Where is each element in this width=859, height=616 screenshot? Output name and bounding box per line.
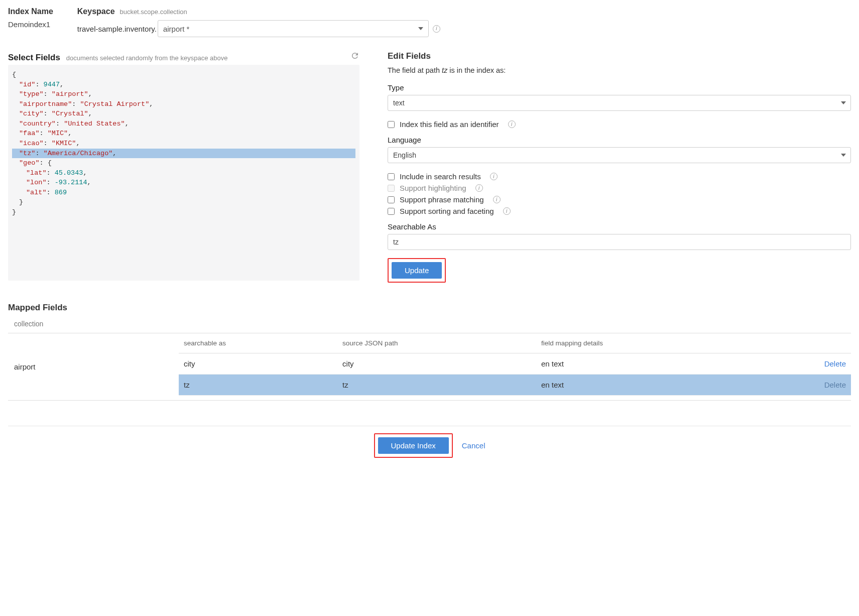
searchable-as-label: Searchable As xyxy=(388,222,851,231)
index-name-block: Index Name Demoindex1 xyxy=(8,7,53,37)
keyspace-selected-value: airport * xyxy=(163,25,190,33)
edit-fields-title: Edit Fields xyxy=(388,51,851,61)
language-label: Language xyxy=(388,136,851,144)
keyspace-collection-select[interactable]: airport * xyxy=(158,20,429,37)
searchable-as-input[interactable] xyxy=(388,234,851,250)
keyspace-hint: bucket.scope.collection xyxy=(119,8,187,16)
type-label: Type xyxy=(388,83,851,92)
json-preview[interactable]: { "id": 9447, "type": "airport", "airpor… xyxy=(8,65,359,281)
index-name-label: Index Name xyxy=(8,7,53,16)
info-icon[interactable]: i xyxy=(508,120,516,128)
col-mapping-details: field mapping details xyxy=(536,333,755,353)
identifier-label: Index this field as an identifier xyxy=(400,120,499,129)
update-index-button[interactable]: Update Index xyxy=(378,437,449,454)
table-row[interactable]: tz tz en text Delete xyxy=(179,375,851,396)
mapped-fields-table: searchable as source JSON path field map… xyxy=(179,333,851,400)
delete-link[interactable]: Delete xyxy=(760,359,846,368)
phrase-label: Support phrase matching xyxy=(400,195,484,204)
footer-bar: Update Index Cancel xyxy=(8,426,851,467)
update-button[interactable]: Update xyxy=(392,262,442,279)
edit-fields-panel: Edit Fields The field at path tz is in t… xyxy=(388,51,851,283)
type-select[interactable]: text xyxy=(388,95,851,111)
keyspace-block: Keyspace bucket.scope.collection travel-… xyxy=(77,7,851,37)
header-row: Index Name Demoindex1 Keyspace bucket.sc… xyxy=(8,7,851,37)
phrase-checkbox[interactable] xyxy=(388,196,395,203)
sort-facet-label: Support sorting and faceting xyxy=(400,207,494,215)
select-fields-title: Select Fields xyxy=(8,53,60,62)
language-select[interactable]: English xyxy=(388,147,851,163)
col-source-path: source JSON path xyxy=(337,333,536,353)
keyspace-prefix: travel-sample.inventory. xyxy=(77,25,157,33)
info-icon[interactable]: i xyxy=(493,196,501,203)
delete-link[interactable]: Delete xyxy=(760,381,846,389)
highlight-box: Update xyxy=(388,258,446,283)
cancel-link[interactable]: Cancel xyxy=(462,441,485,450)
info-icon[interactable]: i xyxy=(475,184,483,192)
highlighting-checkbox xyxy=(388,185,395,192)
mapped-fields-section: Mapped Fields collection airport searcha… xyxy=(8,303,851,401)
highlight-box: Update Index xyxy=(374,433,453,458)
identifier-checkbox[interactable] xyxy=(388,121,395,128)
chevron-down-icon xyxy=(418,27,423,30)
mapped-collection-value: airport xyxy=(8,333,179,400)
table-row[interactable]: city city en text Delete xyxy=(179,353,851,375)
json-highlighted-line[interactable]: "tz": "America/Chicago", xyxy=(12,149,355,159)
select-fields-subtitle: documents selected randomly from the key… xyxy=(66,54,228,62)
mapped-fields-title: Mapped Fields xyxy=(8,303,851,313)
select-fields-panel: Select Fields documents selected randoml… xyxy=(8,51,359,283)
edit-fields-description: The field at path tz is in the index as: xyxy=(388,66,851,74)
info-icon[interactable]: i xyxy=(490,173,498,180)
refresh-icon[interactable] xyxy=(350,51,359,60)
info-icon[interactable]: i xyxy=(433,25,440,33)
info-icon[interactable]: i xyxy=(503,207,511,215)
index-name-value: Demoindex1 xyxy=(8,20,53,29)
col-searchable-as: searchable as xyxy=(179,333,337,353)
sort-facet-checkbox[interactable] xyxy=(388,208,395,215)
include-results-label: Include in search results xyxy=(400,172,481,181)
include-results-checkbox[interactable] xyxy=(388,173,395,180)
highlighting-label: Support highlighting xyxy=(400,184,466,192)
collection-column-label: collection xyxy=(8,318,851,333)
keyspace-label: Keyspace xyxy=(77,7,115,16)
